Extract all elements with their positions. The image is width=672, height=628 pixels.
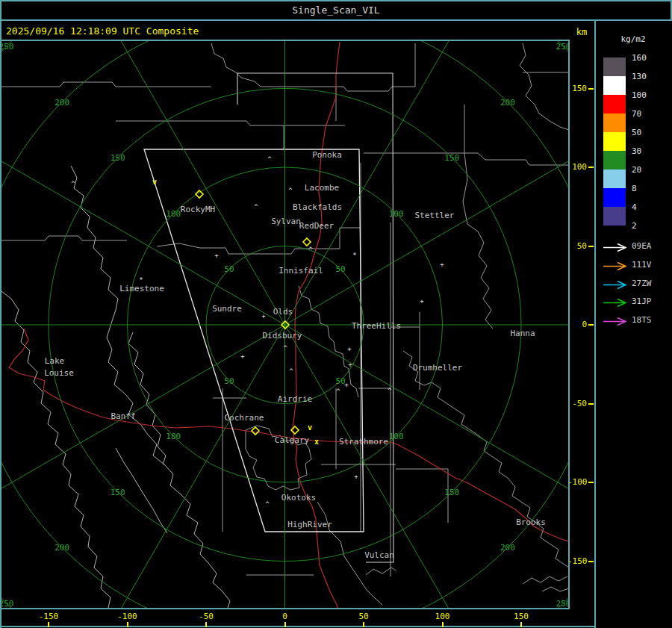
legend-swatch — [603, 76, 626, 95]
legend-panel-divider — [594, 21, 596, 628]
right-axis-tick — [588, 403, 594, 405]
town-label-reddeer: RedDeer — [299, 221, 335, 231]
town-label-airdrie: Airdrie — [278, 394, 312, 404]
legend-swatch — [603, 95, 626, 114]
legend-value: 4 — [632, 202, 662, 212]
town-label-drumheller: Drumheller — [413, 363, 463, 373]
town-marker: ^ — [283, 344, 287, 352]
right-axis-label: -50 — [567, 399, 587, 408]
town-label-olds: Olds — [273, 307, 293, 317]
town-marker: ^ — [288, 187, 293, 194]
town-label-threehills: ThreeHills — [352, 321, 401, 331]
station-arrow-18TS — [602, 315, 630, 325]
radar-application-window: Single_Scan_VIL 2025/09/16 12:18:09 UTC … — [0, 0, 672, 628]
ring-label: 250 — [1, 599, 13, 608]
legend-swatch — [603, 114, 626, 132]
radar-site-diamond — [252, 427, 259, 435]
legend-value: 2 — [632, 221, 662, 231]
station-arrow-09EA — [602, 241, 630, 251]
right-axis-label: 50 — [567, 241, 587, 251]
bottom-axis-unit-label: km — [0, 612, 26, 621]
ring-label: 150 — [111, 153, 125, 163]
ring-label: 200 — [55, 543, 69, 553]
station-id-27ZW: 27ZW — [632, 279, 666, 288]
town-label-didsbury: Didsbury — [263, 331, 302, 341]
town-marker: * — [352, 252, 356, 259]
legend-unit-label: kg/m2 — [603, 34, 663, 44]
bottom-axis-label: 0 — [267, 612, 304, 621]
radial-line-150 — [1, 41, 285, 325]
legend-value: 160 — [632, 53, 662, 63]
ring-label: 150 — [111, 488, 125, 497]
bottom-frame-border — [0, 626, 596, 627]
right-axis-label: -100 — [567, 477, 587, 487]
town-label-limestone: Limestone — [119, 284, 164, 293]
legend-value: 30 — [632, 146, 662, 156]
town-label-sundre: Sundre — [212, 304, 242, 314]
legend-value: 70 — [632, 109, 662, 119]
town-label-lake: Lake — [45, 356, 65, 366]
town-label-louise: Louise — [44, 368, 74, 378]
town-label-innisfail: Innisfail — [279, 266, 323, 276]
station-id-18TS: 18TS — [632, 315, 666, 325]
town-label-vulcan: Vulcan — [364, 550, 394, 560]
ring-label: 50 — [224, 264, 234, 274]
scan-timestamp: 2025/09/16 12:18:09 UTC Composite — [6, 25, 199, 37]
town-label-cochrane: Cochrane — [225, 413, 264, 423]
radial-line-120 — [1, 41, 285, 325]
ring-label: 100 — [389, 209, 404, 219]
right-axis-label: 100 — [567, 162, 587, 172]
radial-line-210 — [1, 325, 285, 608]
town-label-brooks: Brooks — [516, 517, 546, 527]
right-axis-label: -150 — [567, 556, 587, 566]
ring-label: 50 — [224, 376, 234, 386]
ring-label: 200 — [500, 543, 515, 553]
ring-label: 150 — [444, 488, 459, 497]
bottom-axis-tick — [127, 622, 128, 627]
town-marker: + — [240, 352, 245, 360]
town-label-banff: Banff — [111, 411, 135, 421]
legend-swatch — [603, 207, 626, 226]
town-label-strathmore: Strathmore — [339, 437, 388, 447]
legend-value: 100 — [632, 90, 662, 100]
station-id-111V: 111V — [632, 260, 666, 270]
radar-map: 5050505010010010010015015015015020020020… — [1, 41, 568, 608]
bottom-axis-tick — [48, 622, 49, 627]
town-marker: ^ — [336, 388, 340, 395]
bottom-axis-label: 100 — [424, 612, 461, 621]
town-marker: ^ — [267, 155, 272, 163]
arrow-icon — [602, 298, 630, 308]
storm-marker: x — [314, 438, 319, 446]
station-arrow-27ZW — [602, 279, 630, 288]
town-marker: + — [214, 252, 219, 259]
ring-label: 200 — [500, 98, 515, 108]
ring-label: 250 — [556, 42, 568, 52]
town-marker: ^ — [265, 500, 270, 508]
bottom-axis-label: -50 — [187, 612, 225, 621]
town-marker: + — [344, 381, 349, 388]
ring-label: 150 — [444, 153, 459, 163]
legend-swatch — [603, 57, 626, 76]
station-arrow-31JP — [602, 296, 630, 306]
right-axis-tick — [588, 482, 594, 483]
station-id-31JP: 31JP — [632, 296, 666, 306]
legend-value: 8 — [632, 184, 662, 193]
ring-label: 250 — [1, 42, 13, 52]
storm-marker: v — [152, 178, 157, 186]
station-arrow-111V — [602, 260, 630, 270]
right-axis-tick — [588, 324, 594, 326]
town-label-rockymh: RockyMH — [181, 205, 215, 214]
right-axis-unit-label: km — [569, 27, 594, 37]
town-marker: ^ — [289, 367, 293, 375]
radar-site-diamond — [303, 238, 311, 246]
station-id-09EA: 09EA — [632, 241, 666, 251]
town-marker: + — [354, 473, 358, 480]
ring-label: 250 — [556, 599, 568, 608]
town-label-stettler: Stettler — [415, 211, 455, 220]
legend-value: 130 — [632, 72, 662, 81]
town-label-calgary: Calgary — [275, 435, 310, 445]
legend-swatch — [603, 188, 626, 207]
town-marker: + — [348, 361, 352, 368]
bottom-axis-label: -100 — [109, 612, 146, 621]
bottom-axis-label: -150 — [30, 612, 67, 621]
